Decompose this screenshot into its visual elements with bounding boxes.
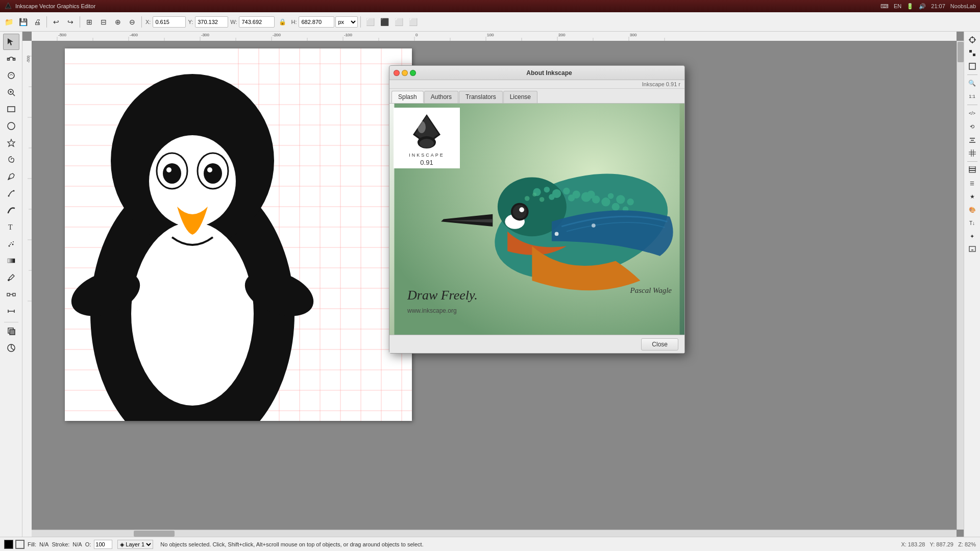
- svg-point-11: [8, 122, 15, 130]
- align-center-btn[interactable]: ⬛: [378, 15, 391, 29]
- palette-btn[interactable]: 🎨: [966, 204, 978, 216]
- svg-rect-128: [969, 170, 975, 172]
- svg-point-161: [513, 205, 527, 219]
- svg-text:-100: -100: [344, 33, 353, 37]
- zoom-fit-draw[interactable]: ⊟: [97, 15, 110, 29]
- objects-btn[interactable]: ☰: [966, 177, 978, 189]
- svg-point-108: [207, 167, 212, 172]
- fill-value: N/A: [39, 541, 48, 547]
- tab-translators[interactable]: Translators: [459, 91, 503, 103]
- svg-rect-22: [8, 259, 15, 263]
- dialog-maximize-btn[interactable]: [410, 70, 416, 76]
- dropper-tool-btn[interactable]: [3, 269, 19, 286]
- open-btn[interactable]: 📁: [2, 15, 15, 29]
- draw-freely-text: Draw Freely.: [407, 288, 478, 303]
- grid-btn[interactable]: [966, 147, 978, 159]
- text-flow-btn[interactable]: T↓: [966, 217, 978, 229]
- zoom-in[interactable]: ⊕: [111, 15, 125, 29]
- scrollbar-thumb-h[interactable]: [134, 531, 175, 537]
- svg-rect-61: [22, 41, 32, 537]
- dialog-minimize-btn[interactable]: [402, 70, 408, 76]
- pencil-tool-btn[interactable]: [3, 168, 19, 185]
- symbols-btn[interactable]: ★: [966, 190, 978, 203]
- about-dialog-title: About Inkscape: [418, 69, 680, 77]
- distribute-btn[interactable]: ⬜: [406, 15, 420, 29]
- node-tool-btn[interactable]: [3, 51, 19, 67]
- filters-btn[interactable]: ✦: [966, 230, 978, 242]
- svg-point-107: [166, 167, 172, 172]
- unit-select[interactable]: px mm in: [335, 16, 358, 28]
- align-right-btn[interactable]: ⬜: [392, 15, 405, 29]
- zoom-tool-btn[interactable]: [3, 84, 19, 101]
- fill-color-swatch[interactable]: [4, 540, 13, 549]
- export-btn[interactable]: [966, 243, 978, 256]
- lock-ratio-btn[interactable]: 🔒: [276, 15, 289, 29]
- y-input[interactable]: [195, 16, 228, 28]
- time-display: 21:07: [931, 3, 945, 9]
- title-bar: Inkscape Vector Graphics Editor ⌨ EN 🔋 🔊…: [0, 0, 980, 12]
- svg-text:-400: -400: [130, 33, 138, 37]
- dialog-close-btn[interactable]: [394, 70, 400, 76]
- zoom-fit-page[interactable]: ⊞: [83, 15, 96, 29]
- view-xml-btn[interactable]: </>: [966, 107, 978, 119]
- color-picker-btn[interactable]: [3, 340, 19, 356]
- tweak-tool-btn[interactable]: [3, 67, 19, 84]
- tab-license[interactable]: License: [503, 91, 537, 103]
- svg-point-19: [13, 241, 14, 242]
- zoom-out[interactable]: ⊖: [126, 15, 139, 29]
- snap-btn[interactable]: [966, 34, 978, 46]
- svg-line-7: [13, 94, 15, 96]
- layer-select[interactable]: ◈ Layer 1: [117, 540, 153, 549]
- undo-btn[interactable]: ↩: [50, 15, 63, 29]
- spray-tool-btn[interactable]: [3, 236, 19, 252]
- h-input[interactable]: [299, 16, 334, 28]
- svg-point-164: [532, 192, 536, 196]
- stroke-color-swatch[interactable]: [15, 540, 24, 549]
- rect-tool-btn[interactable]: [3, 101, 19, 117]
- zoom-fit-btn[interactable]: 🔍: [966, 77, 978, 89]
- align-dist-btn[interactable]: [966, 134, 978, 146]
- logo-area: INKSCAPE 0.91: [394, 108, 460, 168]
- layer-indicator: ◈ Layer 1: [117, 540, 153, 549]
- drawing-canvas[interactable]: [65, 48, 412, 421]
- circle-tool-btn[interactable]: [3, 118, 19, 134]
- close-button[interactable]: Close: [641, 338, 678, 350]
- svg-text:-200: -200: [273, 33, 281, 37]
- selector-tool-btn[interactable]: [3, 34, 19, 50]
- star-tool-btn[interactable]: [3, 135, 19, 151]
- fill-stroke-btn[interactable]: [3, 323, 19, 339]
- svg-rect-24: [7, 293, 10, 296]
- toolbar: 📁 💾 🖨 ↩ ↪ ⊞ ⊟ ⊕ ⊖ X: Y: W: 🔒 H: px mm in…: [0, 12, 980, 32]
- redo-btn[interactable]: ↪: [64, 15, 77, 29]
- gradient-tool-btn[interactable]: [3, 253, 19, 269]
- svg-text:-500: -500: [27, 56, 30, 63]
- scrollbar-horizontal[interactable]: [32, 530, 957, 537]
- snap-bbox-btn[interactable]: [966, 60, 978, 72]
- calligraphy-tool-btn[interactable]: [3, 202, 19, 218]
- transform-btn[interactable]: ⟲: [966, 120, 978, 133]
- layers-btn[interactable]: [966, 164, 978, 176]
- zoom-100-btn[interactable]: 1:1: [966, 90, 978, 103]
- snap-nodes-btn[interactable]: [966, 47, 978, 59]
- svg-rect-10: [8, 107, 15, 112]
- opacity-input[interactable]: [94, 540, 112, 549]
- print-btn[interactable]: 🖨: [31, 15, 44, 29]
- scrollbar-thumb-v[interactable]: [958, 42, 964, 62]
- about-tabs: Splash Authors Translators License: [389, 89, 684, 104]
- w-input[interactable]: [239, 16, 275, 28]
- align-left-btn[interactable]: ⬜: [363, 15, 377, 29]
- save-btn[interactable]: 💾: [16, 15, 30, 29]
- x-input[interactable]: [153, 16, 186, 28]
- svg-rect-131: [969, 246, 975, 252]
- spiral-tool-btn[interactable]: [3, 152, 19, 168]
- svg-text:-300: -300: [201, 33, 210, 37]
- volume-icon: 🔊: [919, 3, 926, 10]
- pen-tool-btn[interactable]: [3, 185, 19, 202]
- connector-tool-btn[interactable]: [3, 286, 19, 303]
- measure-tool-btn[interactable]: [3, 303, 19, 319]
- text-tool-btn[interactable]: T: [3, 219, 19, 235]
- scrollbar-vertical[interactable]: [957, 41, 964, 530]
- tab-splash[interactable]: Splash: [391, 91, 424, 103]
- svg-point-162: [519, 207, 524, 212]
- tab-authors[interactable]: Authors: [424, 91, 458, 103]
